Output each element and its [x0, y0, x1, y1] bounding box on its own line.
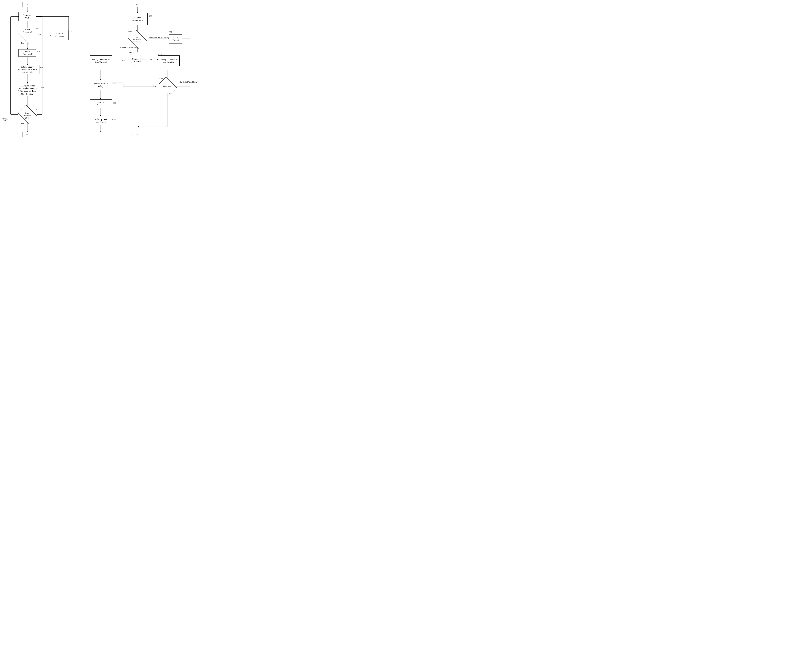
- ref-90: ~90: [41, 86, 44, 89]
- ref-145: ~145: [112, 82, 116, 84]
- ref-180: ~180: [159, 77, 163, 80]
- ref-80: ~80: [40, 66, 43, 68]
- ref-120: ~120: [148, 15, 152, 17]
- cc-copies-box: CC Copies Parsed Command to Memory Buffe…: [14, 84, 41, 96]
- svg-marker-25: [26, 131, 28, 132]
- confirmation-no-label: No: [122, 59, 125, 61]
- confirmation-yes-label: Yes: [150, 58, 152, 60]
- svg-marker-27: [136, 12, 138, 13]
- command-submitted-label: Command Submitted: [120, 46, 137, 49]
- svg-marker-39: [100, 79, 102, 80]
- call-parsed-command-diamond: Callfor ParsedCommand: [126, 32, 149, 46]
- confirmed-diamond: Confirmed?: [157, 79, 178, 93]
- perform-command-left-box: Perform Command: [51, 30, 69, 40]
- parse-command-box: Parse Command: [18, 49, 36, 57]
- enforce-security-box: Enforce Security Policy: [90, 80, 112, 90]
- node-100-left: 100: [23, 2, 32, 7]
- ctrl-c-break-label: Ctrl-C, Ctrl-Y, or BREAK: [180, 81, 198, 83]
- svg-marker-1: [26, 11, 28, 12]
- ctrl-c-y-label: Ctrl-C or Ctrl-Y: [2, 115, 8, 121]
- ref-70: ~70: [37, 50, 39, 52]
- confirmation-required-diamond: Confirmationrequired?: [126, 53, 149, 67]
- ref-160: ~160: [112, 118, 116, 120]
- svg-marker-5: [50, 35, 51, 36]
- svg-marker-15: [26, 82, 28, 84]
- ref-300: 300: [169, 31, 172, 33]
- trusted-no-label: No: [38, 33, 41, 35]
- ref-140: ~140: [128, 52, 132, 54]
- perform-command-right-box: Perform Command: [90, 99, 112, 108]
- ref-170: ~170: [158, 53, 161, 56]
- node-200-right: 200: [133, 2, 142, 7]
- trusted-command-diamond: Trusted Command?: [17, 28, 38, 42]
- trusted-yes-label: Yes: [21, 42, 24, 44]
- establish-trusted-path-box: Establish Trusted Path: [127, 13, 148, 25]
- svg-marker-48: [137, 126, 139, 128]
- node-200-left-bottom: 200: [23, 132, 32, 137]
- wake-up-uos-box: Wake Up UOS User Process: [90, 116, 112, 125]
- ref-130: ~130: [128, 30, 132, 33]
- svg-marker-52: [100, 115, 102, 116]
- submit-binary-box: Submit Binary Representation to TCB (Ker…: [15, 65, 39, 74]
- ref-60: 60: [69, 31, 71, 33]
- display-command-left-box: Display Command to User Terminal: [90, 56, 112, 66]
- svg-marker-11: [26, 48, 28, 49]
- confirmed-no-label: No: [169, 93, 171, 95]
- confirmed-yes-label: Yes: [153, 85, 156, 87]
- ref-110: ~110: [33, 109, 37, 111]
- terminal-uos-box: Terminal (UOS): [18, 12, 36, 21]
- ref-150: ~150: [112, 102, 116, 104]
- svg-marker-54: [100, 131, 102, 132]
- secure-yes-label: Yes: [21, 123, 24, 125]
- ssvr-prompt-box: SSVR Prompt: [169, 35, 182, 43]
- display-command-right-box: Display Command to User Terminal: [158, 56, 180, 66]
- node-100-right-bottom: 100: [133, 132, 142, 137]
- svg-marker-13: [26, 64, 28, 65]
- svg-marker-50: [100, 98, 102, 99]
- diagram: 100 Terminal (UOS) Trusted Command? Perf…: [0, 0, 201, 168]
